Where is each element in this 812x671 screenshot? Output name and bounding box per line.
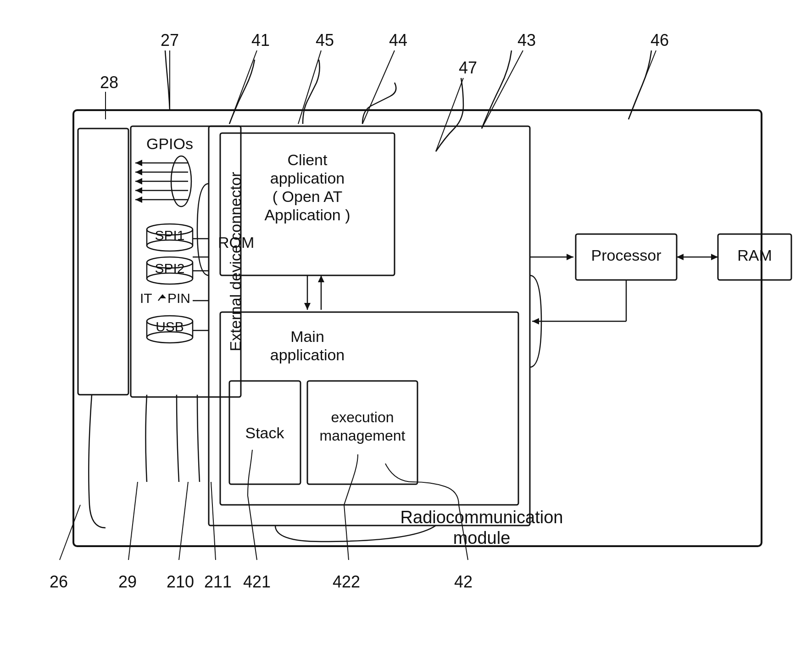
ref-421: 421 — [243, 572, 271, 591]
client-application-line1: Client — [288, 151, 328, 168]
spi2-label: SPI2 — [155, 261, 184, 276]
client-application-line3: ( Open AT — [273, 188, 342, 205]
radiocommunication-module-label2: module — [453, 528, 511, 548]
processor-label: Processor — [591, 246, 661, 264]
gpios-label: GPIOs — [146, 135, 193, 152]
diagram-container: 27 41 45 44 47 43 46 28 26 29 210 211 42… — [0, 0, 812, 671]
ram-label: RAM — [737, 246, 772, 264]
svg-marker-46 — [711, 254, 718, 260]
ref-47: 47 — [459, 58, 477, 77]
svg-marker-47 — [677, 254, 684, 260]
pin-label: PIN — [167, 291, 190, 306]
rom-box — [209, 126, 530, 526]
ref-210: 210 — [167, 572, 194, 591]
svg-line-9 — [128, 482, 138, 560]
svg-line-11 — [211, 482, 216, 560]
execution-management-line1: execution — [331, 409, 394, 425]
svg-line-8 — [60, 505, 80, 560]
ref-422: 422 — [333, 572, 360, 591]
ref-46: 46 — [651, 31, 669, 50]
main-application-line2: application — [270, 346, 345, 363]
svg-marker-42 — [318, 275, 324, 282]
radiocommunication-module-label: Radiocommunication — [400, 508, 563, 527]
ref-45: 45 — [316, 31, 334, 50]
svg-marker-44 — [567, 254, 573, 260]
svg-line-4 — [436, 78, 463, 151]
ref-44: 44 — [389, 31, 407, 50]
ref-29: 29 — [118, 572, 137, 591]
ref-28: 28 — [100, 73, 118, 92]
svg-line-5 — [482, 50, 523, 129]
svg-marker-40 — [304, 303, 311, 310]
client-application-line2: application — [270, 169, 345, 187]
client-application-line4: Application ) — [264, 206, 350, 224]
execution-management-line2: management — [320, 427, 406, 444]
spi1-label: SPI1 — [155, 228, 184, 243]
svg-marker-21 — [135, 169, 142, 175]
svg-marker-23 — [135, 187, 142, 194]
svg-line-2 — [298, 50, 321, 124]
ref-42: 42 — [454, 572, 473, 591]
ref-27: 27 — [161, 31, 179, 50]
ref-41: 41 — [251, 31, 270, 50]
stack-label: Stack — [245, 424, 284, 442]
svg-marker-22 — [135, 178, 142, 185]
it-label: IT — [140, 291, 152, 306]
svg-marker-24 — [135, 196, 142, 203]
usb-label: USB — [156, 319, 184, 334]
ref-26: 26 — [50, 572, 68, 591]
svg-line-10 — [179, 482, 188, 560]
svg-line-3 — [362, 50, 395, 124]
svg-marker-50 — [532, 318, 539, 324]
external-device-connector-box — [78, 129, 128, 395]
main-application-box — [220, 312, 518, 505]
ref-43: 43 — [517, 31, 536, 50]
svg-line-13 — [344, 505, 349, 560]
main-application-line1: Main — [290, 328, 324, 345]
svg-marker-34 — [160, 295, 166, 298]
ref-211: 211 — [204, 572, 232, 591]
svg-marker-20 — [135, 160, 142, 166]
rom-label: ROM — [218, 234, 254, 251]
